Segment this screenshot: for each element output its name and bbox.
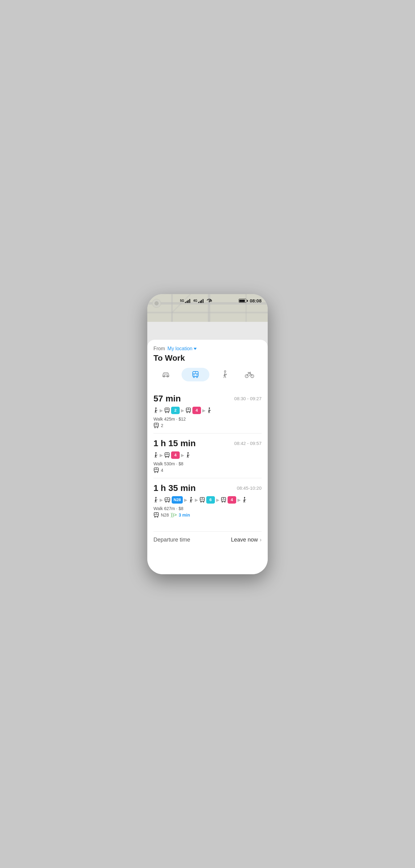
- battery-icon: [239, 299, 248, 303]
- route-1-steps: ▶ 2 ▶ 4 ▶: [153, 407, 262, 414]
- route-3-extra: N28 ))> 3 min: [153, 512, 262, 518]
- phone-frame: 5G 4G: [147, 294, 268, 574]
- status-bar: 5G 4G: [147, 294, 268, 308]
- svg-point-54: [166, 457, 167, 458]
- svg-rect-12: [166, 373, 168, 375]
- walk-end-icon: [207, 407, 212, 413]
- svg-point-96: [157, 517, 158, 518]
- svg-point-86: [222, 501, 223, 502]
- chevron-down-icon: [194, 348, 197, 350]
- metro-icon-2: [185, 408, 191, 413]
- walk-step-icon: [153, 407, 158, 413]
- mode-tabs: [153, 368, 262, 381]
- svg-point-17: [197, 376, 198, 378]
- line-badge-4a: 4: [192, 407, 201, 414]
- mode-tab-bike[interactable]: [241, 368, 258, 381]
- svg-point-95: [155, 517, 156, 518]
- route-3-line-label: N28: [161, 513, 169, 518]
- live-minutes: 3 min: [179, 513, 190, 518]
- svg-point-79: [203, 501, 204, 502]
- location-button[interactable]: My location: [167, 346, 197, 351]
- time-display: 08:08: [250, 298, 262, 303]
- destination-label: To Work: [153, 353, 262, 363]
- walk-end-icon-3: [242, 497, 247, 503]
- svg-rect-11: [164, 373, 166, 375]
- bus-icon: [191, 371, 200, 379]
- svg-point-78: [200, 501, 201, 502]
- line-badge-6: 6: [206, 496, 215, 504]
- route-result-2[interactable]: 1 h 15 min 08:42 - 09:57 ▶ 4 ▶ Walk 530m…: [153, 434, 262, 478]
- mode-tab-walk[interactable]: [216, 368, 234, 381]
- route-3-steps: ▶ N28 ▶ ▶ 6 ▶ 4 ▶: [153, 496, 262, 504]
- mode-tab-car[interactable]: [157, 368, 174, 381]
- svg-point-63: [155, 472, 156, 473]
- from-row: From My location: [153, 346, 262, 351]
- route-2-line: 4: [161, 468, 164, 473]
- route-result-3[interactable]: 1 h 35 min 08:45-10:20 ▶ N28 ▶ ▶ 6 ▶ 4 ▶: [153, 478, 262, 523]
- departure-row: Departure time Leave now ›: [153, 531, 262, 543]
- svg-point-55: [168, 457, 169, 458]
- svg-point-32: [168, 412, 169, 413]
- svg-rect-21: [193, 374, 195, 375]
- svg-point-48: [155, 427, 156, 428]
- wifi-icon: [207, 298, 212, 304]
- header-section: From My location To Work: [153, 346, 262, 363]
- route-2-header: 1 h 15 min 08:42 - 09:57: [153, 438, 262, 448]
- route-1-header: 57 min 08:30 - 09:27: [153, 394, 262, 404]
- status-center: 5G 4G: [180, 298, 212, 304]
- arrow-right-icon: ›: [260, 536, 262, 543]
- svg-point-64: [157, 472, 158, 473]
- walk-mid-icon-3: [189, 497, 194, 503]
- signal-bars-2: [198, 299, 204, 303]
- svg-rect-22: [197, 374, 198, 375]
- route-1-details: Walk 425m · $12: [153, 416, 262, 422]
- leave-now-button[interactable]: Leave now ›: [231, 536, 262, 543]
- line-badge-4b: 4: [171, 452, 180, 459]
- metro-icon-5: [221, 497, 226, 503]
- route-2-steps: ▶ 4 ▶: [153, 452, 262, 459]
- metro-icon-4: [200, 497, 205, 503]
- bus-extra-icon-1: [153, 423, 159, 428]
- route-1-extra: 2: [153, 423, 262, 428]
- walk-end-icon-2: [185, 452, 190, 458]
- route-1-line: 2: [161, 423, 164, 428]
- svg-point-69: [166, 501, 167, 502]
- route-2-duration: 1 h 15 min: [153, 438, 196, 448]
- metro-icon-1: [164, 408, 170, 413]
- bus-extra-icon-2: [153, 467, 159, 473]
- svg-point-87: [224, 501, 225, 502]
- line-badge-4c: 4: [228, 496, 236, 504]
- main-card: From My location To Work: [147, 340, 268, 574]
- signal-bars-1: [185, 299, 190, 303]
- svg-point-26: [250, 372, 251, 373]
- leave-now-label: Leave now: [231, 536, 258, 543]
- svg-point-8: [209, 301, 210, 302]
- departure-label: Departure time: [153, 536, 190, 543]
- route-result-1[interactable]: 57 min 08:30 - 09:27 ▶ 2 ▶ 4 ▶ Walk 425m…: [153, 389, 262, 434]
- svg-point-39: [187, 412, 188, 413]
- route-2-time: 08:42 - 09:57: [234, 441, 262, 446]
- network2-label: 4G: [193, 299, 197, 302]
- route-1-duration: 57 min: [153, 394, 181, 404]
- car-icon: [161, 371, 171, 378]
- route-3-details: Walk 627m · $8: [153, 506, 262, 511]
- metro-icon-3: [164, 452, 170, 458]
- bus-step-icon: [164, 497, 171, 503]
- route-2-extra: 4: [153, 467, 262, 473]
- svg-point-16: [193, 376, 195, 378]
- route-3-header: 1 h 35 min 08:45-10:20: [153, 483, 262, 493]
- status-right: 08:08: [239, 298, 262, 303]
- from-label: From: [153, 346, 165, 351]
- route-1-time: 08:30 - 09:27: [234, 396, 262, 401]
- line-badge-2: 2: [171, 407, 180, 414]
- route-3-time: 08:45-10:20: [237, 485, 262, 491]
- route-2-details: Walk 530m · $8: [153, 461, 262, 466]
- live-indicator: ))>: [171, 512, 177, 518]
- mode-tab-bus[interactable]: [182, 368, 209, 381]
- walk-icon: [222, 370, 229, 379]
- line-badge-n28: N28: [172, 496, 183, 504]
- network1-label: 5G: [180, 299, 184, 302]
- svg-point-49: [157, 427, 158, 428]
- svg-point-40: [189, 412, 190, 413]
- svg-point-70: [168, 501, 169, 502]
